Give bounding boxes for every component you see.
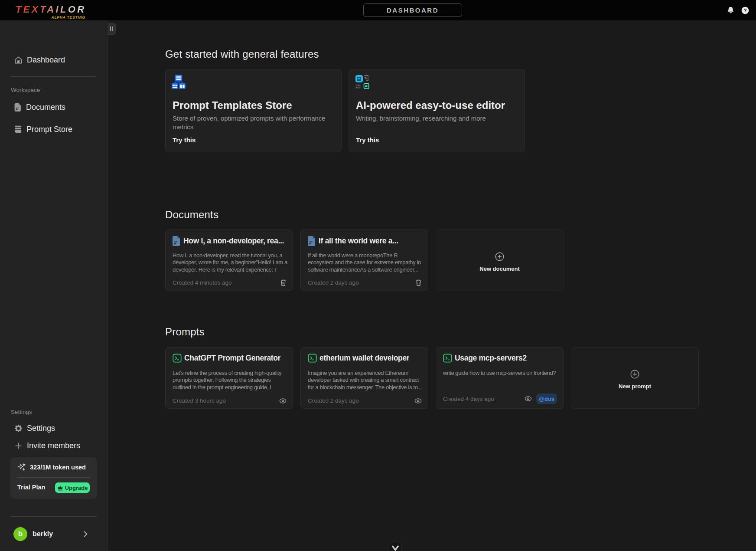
svg-text:AI: AI xyxy=(365,84,369,88)
svg-text:?: ? xyxy=(743,7,746,13)
